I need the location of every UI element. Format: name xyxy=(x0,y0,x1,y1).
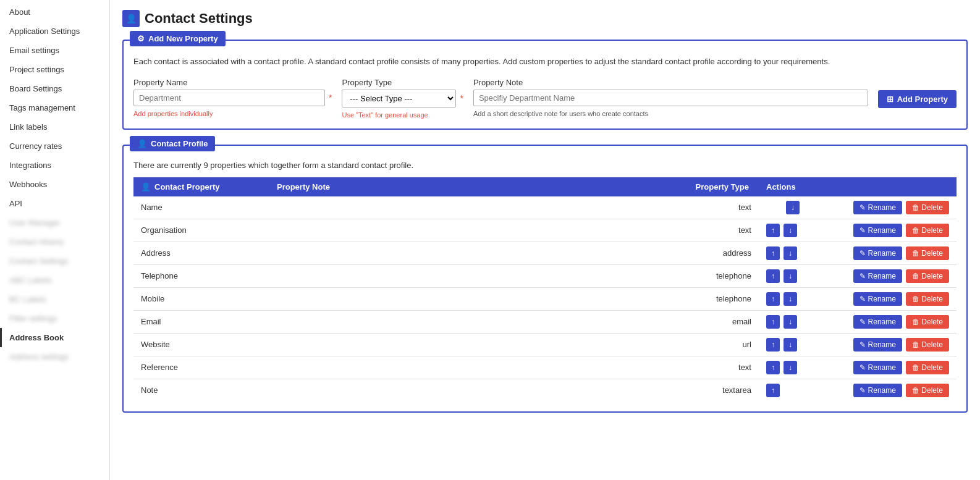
property-type-label: Property Type xyxy=(342,78,463,87)
delete-button[interactable]: 🗑 Delete xyxy=(906,246,949,260)
property-note-hint: Add a short descriptive note for users w… xyxy=(473,110,868,117)
sidebar-item-application-settings[interactable]: Application Settings xyxy=(0,22,109,41)
property-name-cell: Reference xyxy=(133,356,269,379)
move-up-button[interactable]: ↑ xyxy=(766,292,780,306)
delete-button[interactable]: 🗑 Delete xyxy=(906,338,949,352)
add-property-btn-label: Add Property xyxy=(897,95,948,104)
sidebar-item-tags-management[interactable]: Tags management xyxy=(0,98,109,117)
actions-container: ↑↓✎ Rename🗑 Delete xyxy=(766,246,949,260)
property-note-cell xyxy=(269,287,660,310)
property-name-required: * xyxy=(329,93,332,103)
sidebar-item-abc-labels[interactable]: ABC Labels xyxy=(0,271,109,290)
rename-button[interactable]: ✎ Rename xyxy=(853,361,902,374)
sidebar-item-about[interactable]: About xyxy=(0,2,109,22)
actions-container: ↓✎ Rename🗑 Delete xyxy=(766,201,949,214)
property-actions-cell: ↑✎ Rename🗑 Delete xyxy=(759,379,957,402)
move-up-button[interactable]: ↑ xyxy=(766,224,780,237)
delete-button[interactable]: 🗑 Delete xyxy=(906,315,949,329)
move-up-button[interactable]: ↑ xyxy=(766,315,780,329)
move-down-button[interactable]: ↓ xyxy=(784,269,797,283)
rename-button[interactable]: ✎ Rename xyxy=(853,315,902,329)
actions-container: ↑↓✎ Rename🗑 Delete xyxy=(766,224,949,237)
rename-button[interactable]: ✎ Rename xyxy=(853,338,902,352)
move-down-button[interactable]: ↓ xyxy=(784,361,797,374)
sidebar-item-webhooks[interactable]: Webhooks xyxy=(0,175,109,194)
sidebar-item-user-manager[interactable]: User Manager xyxy=(0,213,109,232)
property-name-cell: Mobile xyxy=(133,287,269,310)
move-down-button[interactable]: ↓ xyxy=(784,315,797,329)
property-name-cell: Address xyxy=(133,242,269,264)
page-title-icon: 👤 xyxy=(122,10,140,27)
rename-button[interactable]: ✎ Rename xyxy=(853,246,902,260)
rename-button[interactable]: ✎ Rename xyxy=(853,269,902,283)
property-name-input[interactable] xyxy=(133,90,325,106)
delete-button[interactable]: 🗑 Delete xyxy=(906,224,949,237)
sidebar-item-api[interactable]: API xyxy=(0,194,109,213)
sidebar-item-address-book[interactable]: Address Book xyxy=(0,328,109,347)
add-property-btn-icon: ⊞ xyxy=(887,95,893,104)
property-note-cell xyxy=(269,219,660,242)
sidebar-item-board-settings[interactable]: Board Settings xyxy=(0,79,109,98)
delete-button[interactable]: 🗑 Delete xyxy=(906,201,949,214)
add-new-property-title: Add New Property xyxy=(148,34,218,43)
th-property-type: Property Type xyxy=(660,177,759,196)
th-property-note: Property Note xyxy=(269,177,660,196)
sidebar-item-contact-history[interactable]: Contact History xyxy=(0,232,109,251)
delete-button[interactable]: 🗑 Delete xyxy=(906,269,949,283)
sidebar-item-currency-rates[interactable]: Currency rates xyxy=(0,137,109,156)
rename-button[interactable]: ✎ Rename xyxy=(853,224,902,237)
sidebar-item-address-settings[interactable]: Address settings xyxy=(0,347,109,366)
add-new-property-header: ⚙ Add New Property xyxy=(130,31,226,46)
property-type-required: * xyxy=(460,93,463,103)
property-type-select[interactable]: --- Select Type ---texttextareaemailtele… xyxy=(342,90,456,107)
delete-button[interactable]: 🗑 Delete xyxy=(906,292,949,306)
property-name-cell: Website xyxy=(133,333,269,356)
actions-container: ↑↓✎ Rename🗑 Delete xyxy=(766,361,949,374)
property-actions-cell: ↑↓✎ Rename🗑 Delete xyxy=(759,287,957,310)
sidebar-item-email-settings[interactable]: Email settings xyxy=(0,41,109,60)
sidebar-item-integrations[interactable]: Integrations xyxy=(0,156,109,175)
sidebar-item-filter-settings[interactable]: Filter settings xyxy=(0,309,109,328)
rename-button[interactable]: ✎ Rename xyxy=(853,201,902,214)
th-icon: 👤 xyxy=(141,182,151,192)
delete-button[interactable]: 🗑 Delete xyxy=(906,361,949,374)
table-row: Websiteurl↑↓✎ Rename🗑 Delete xyxy=(133,333,957,356)
th-contact-property: 👤 Contact Property xyxy=(133,177,269,196)
property-actions-cell: ↓✎ Rename🗑 Delete xyxy=(759,196,957,219)
rename-button[interactable]: ✎ Rename xyxy=(853,292,902,306)
move-down-button[interactable]: ↓ xyxy=(784,292,797,306)
sidebar: AboutApplication SettingsEmail settingsP… xyxy=(0,0,110,480)
move-up-button[interactable]: ↑ xyxy=(766,384,780,397)
table-row: Telephonetelephone↑↓✎ Rename🗑 Delete xyxy=(133,264,957,287)
actions-container: ↑↓✎ Rename🗑 Delete xyxy=(766,338,949,352)
sidebar-item-bc-labels[interactable]: BC Labels xyxy=(0,290,109,309)
property-type-cell: textarea xyxy=(660,379,759,402)
property-note-input[interactable] xyxy=(473,90,868,106)
move-up-button[interactable]: ↑ xyxy=(766,338,780,352)
actions-container: ↑↓✎ Rename🗑 Delete xyxy=(766,292,949,306)
sidebar-item-contact-settings[interactable]: Contact Settings xyxy=(0,251,109,271)
move-up-button[interactable]: ↑ xyxy=(766,246,780,260)
property-note-cell xyxy=(269,242,660,264)
th-actions: Actions xyxy=(759,177,957,196)
contact-profile-table: 👤 Contact Property Property Note Propert… xyxy=(133,177,957,402)
move-up-button[interactable]: ↑ xyxy=(766,269,780,283)
sidebar-item-link-labels[interactable]: Link labels xyxy=(0,117,109,137)
move-down-button[interactable]: ↓ xyxy=(786,201,800,214)
actions-container: ↑✎ Rename🗑 Delete xyxy=(766,384,949,397)
rename-button[interactable]: ✎ Rename xyxy=(853,384,902,397)
move-down-button[interactable]: ↓ xyxy=(784,246,797,260)
move-down-button[interactable]: ↓ xyxy=(784,338,797,352)
actions-container: ↑↓✎ Rename🗑 Delete xyxy=(766,269,949,283)
property-type-cell: telephone xyxy=(660,287,759,310)
sidebar-item-project-settings[interactable]: Project settings xyxy=(0,60,109,79)
property-name-cell: Telephone xyxy=(133,264,269,287)
table-row: Organisationtext↑↓✎ Rename🗑 Delete xyxy=(133,219,957,242)
move-down-button[interactable]: ↓ xyxy=(784,224,797,237)
property-actions-cell: ↑↓✎ Rename🗑 Delete xyxy=(759,219,957,242)
add-property-button[interactable]: ⊞ Add Property xyxy=(878,90,957,108)
delete-button[interactable]: 🗑 Delete xyxy=(906,384,949,397)
move-up-button[interactable]: ↑ xyxy=(766,361,780,374)
property-note-cell xyxy=(269,356,660,379)
property-name-group: Property Name * Add properties individua… xyxy=(133,78,332,117)
